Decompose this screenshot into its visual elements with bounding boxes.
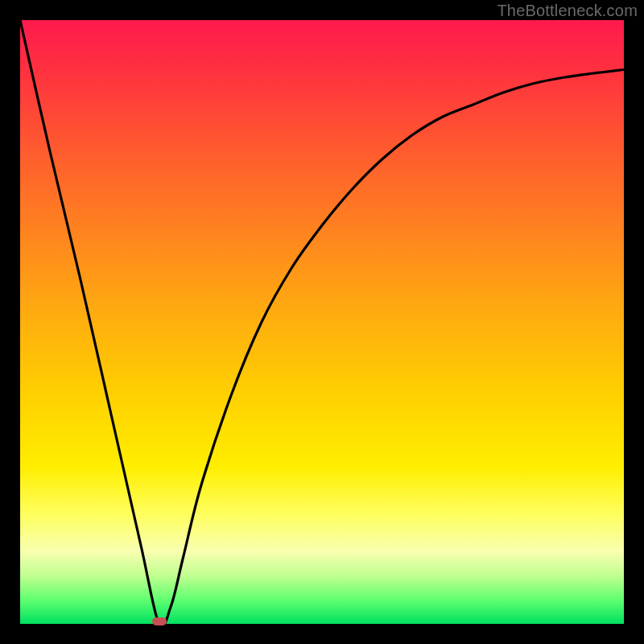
minimum-marker	[152, 617, 167, 625]
bottleneck-curve	[20, 20, 624, 624]
curve-layer	[20, 20, 624, 624]
plot-area	[20, 20, 624, 624]
attribution-text: TheBottleneck.com	[497, 2, 638, 20]
chart-frame: TheBottleneck.com	[0, 0, 644, 644]
